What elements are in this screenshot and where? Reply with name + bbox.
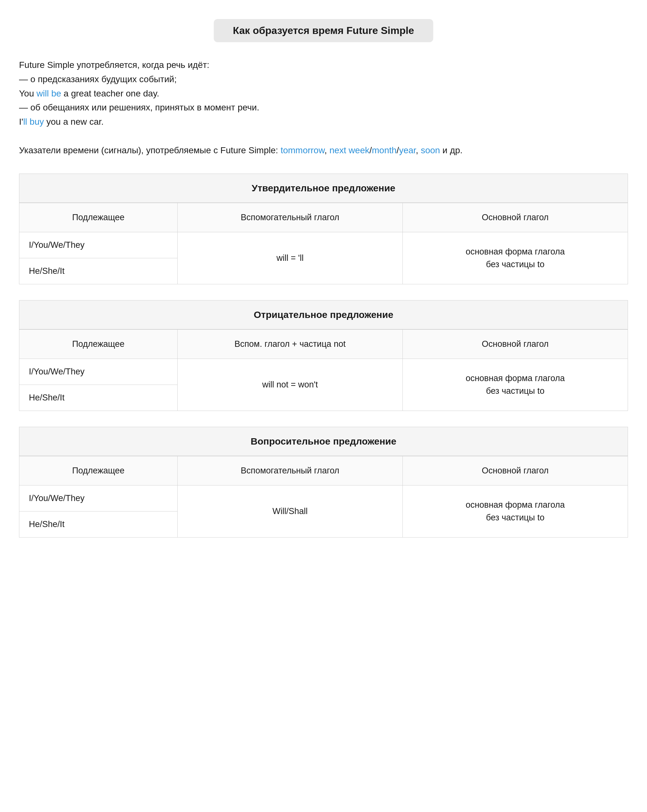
affirmative-col2-header: Вспомогательный глагол	[177, 203, 402, 232]
affirmative-aux: will = 'll	[177, 232, 402, 284]
negative-subject1-row: I/You/We/They will not = won't основная …	[19, 359, 628, 385]
affirmative-title: Утвердительное предложение	[19, 174, 628, 203]
interrogative-col1-header: Подлежащее	[19, 456, 178, 485]
affirmative-header-row: Подлежащее Вспомогательный глагол Основн…	[19, 203, 628, 232]
negative-col3-header: Основной глагол	[402, 330, 628, 359]
affirmative-table: Подлежащее Вспомогательный глагол Основн…	[19, 203, 628, 284]
year-highlight: year	[399, 145, 416, 155]
interrogative-subject2: He/She/It	[19, 511, 178, 537]
affirmative-subject1: I/You/We/They	[19, 232, 178, 258]
affirmative-subject1-row: I/You/We/They will = 'll основная форма …	[19, 232, 628, 258]
interrogative-header-row: Подлежащее Вспомогательный глагол Основн…	[19, 456, 628, 485]
intro-line3: You will be a great teacher one day.	[19, 87, 628, 101]
interrogative-subject1-row: I/You/We/They Will/Shall основная форма …	[19, 485, 628, 511]
negative-section: Отрицательное предложение Подлежащее Всп…	[19, 300, 628, 411]
negative-header-row: Подлежащее Вспом. глагол + частица not О…	[19, 330, 628, 359]
tommorrow-highlight: tommorrow	[281, 145, 324, 155]
interrogative-subject1: I/You/We/They	[19, 485, 178, 511]
negative-subject2: He/She/It	[19, 385, 178, 411]
interrogative-main-verb: основная форма глагола без частицы to	[402, 485, 628, 537]
next-week-highlight: next week	[330, 145, 370, 155]
will-be-highlight: will be	[37, 89, 61, 98]
interrogative-col3-header: Основной глагол	[402, 456, 628, 485]
intro-section: Future Simple употребляется, когда речь …	[19, 58, 628, 158]
negative-col1-header: Подлежащее	[19, 330, 178, 359]
affirmative-subject2: He/She/It	[19, 258, 178, 284]
negative-col2-header: Вспом. глагол + частица not	[177, 330, 402, 359]
interrogative-table: Подлежащее Вспомогательный глагол Основн…	[19, 456, 628, 537]
negative-title: Отрицательное предложение	[19, 300, 628, 330]
interrogative-title: Вопросительное предложение	[19, 427, 628, 456]
interrogative-col2-header: Вспомогательный глагол	[177, 456, 402, 485]
month-highlight: month	[372, 145, 397, 155]
negative-main-verb: основная форма глагола без частицы to	[402, 359, 628, 411]
negative-table: Подлежащее Вспом. глагол + частица not О…	[19, 330, 628, 411]
page-title: Как образуется время Future Simple	[214, 19, 433, 42]
affirmative-col3-header: Основной глагол	[402, 203, 628, 232]
intro-line6: Указатели времени (сигналы), употребляем…	[19, 143, 628, 158]
affirmative-main-verb: основная форма глагола без частицы to	[402, 232, 628, 284]
affirmative-section: Утвердительное предложение Подлежащее Вс…	[19, 174, 628, 284]
soon-highlight: soon	[421, 145, 440, 155]
negative-subject1: I/You/We/They	[19, 359, 178, 385]
affirmative-col1-header: Подлежащее	[19, 203, 178, 232]
intro-line2: — о предсказаниях будущих событий;	[19, 72, 628, 87]
interrogative-section: Вопросительное предложение Подлежащее Вс…	[19, 427, 628, 537]
interrogative-aux: Will/Shall	[177, 485, 402, 537]
intro-line1: Future Simple употребляется, когда речь …	[19, 58, 628, 72]
negative-aux: will not = won't	[177, 359, 402, 411]
intro-line4: — об обещаниях или решениях, принятых в …	[19, 101, 628, 115]
ll-buy-highlight: ll buy	[23, 117, 44, 127]
intro-line5: I'll buy you a new car.	[19, 115, 628, 129]
